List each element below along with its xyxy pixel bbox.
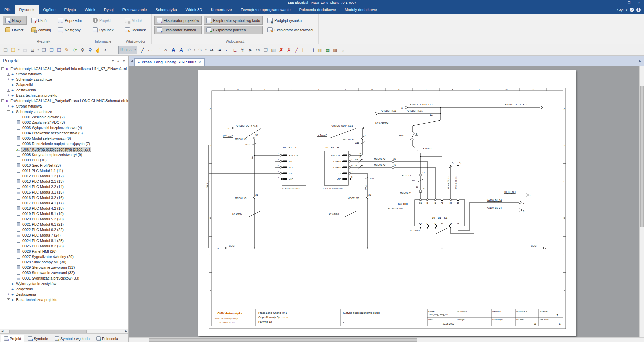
zamknij-button[interactable]: Zamknij (29, 26, 54, 34)
tree-item-załączniki[interactable]: +♦♦Załączniki (0, 286, 128, 292)
style-dropdown-icon[interactable]: ▾ (626, 8, 627, 12)
chevron-down-icon[interactable]: ▾ (135, 49, 136, 51)
tree-item-0016-plc-moduł-3.2-16[interactable]: +0016 PLC Moduł 3.2 (16) (0, 195, 128, 200)
cut-icon[interactable]: ✂ (254, 46, 261, 54)
tree-item-baza-techniczna-projektu[interactable]: +♦♦Baza techniczna projektu (0, 297, 128, 302)
block-icon[interactable]: ▩ (332, 46, 339, 54)
redo-icon[interactable]: ↷ (197, 46, 204, 54)
text-icon[interactable]: A (170, 46, 177, 54)
zoom-icon[interactable]: ⚲ (79, 46, 86, 54)
connection-3-icon[interactable]: ⌐ (224, 46, 231, 54)
eksplorator-projektów-button[interactable]: Eksplorator projektów (154, 16, 202, 25)
tree-item-schematy-zasadnicze[interactable]: +♦♦Schematy zasadnicze (0, 77, 128, 82)
menu-tab-plik[interactable]: Plik (0, 5, 15, 14)
menu-tab-rysunek[interactable]: Rysunek (15, 5, 39, 14)
tab-scroll-left-icon[interactable]: ◀ (131, 59, 134, 66)
open-icon-dropdown[interactable]: ▾ (17, 46, 20, 54)
scroll-thumb[interactable] (640, 86, 644, 227)
page-setup-icon[interactable]: ❐ (40, 46, 47, 54)
menu-tab-schematyka[interactable]: Schematyka (151, 5, 181, 14)
restore-button[interactable]: ❒ (624, 0, 634, 5)
panel-tab-symbole-wg-kodu[interactable]: Symbole wg kodu (52, 335, 93, 342)
tree-item-e-automatyka-g-h-g-h-partynia-linia-miks[interactable]: -♦♦E:\Automatyka\G&H\G&H_Partynia\Linia … (0, 66, 128, 71)
usuń-button[interactable]: Usuń (29, 16, 54, 25)
print-icon[interactable]: ⊟ (29, 46, 36, 54)
minimize-button[interactable]: – (614, 0, 624, 5)
tree-item-załączniki[interactable]: +♦♦Załączniki (0, 82, 128, 87)
tree-expander[interactable]: + (7, 89, 10, 92)
panel-horizontal-scrollbar[interactable]: ◀ ▶ (0, 329, 128, 333)
tree-expander[interactable]: + (7, 298, 10, 301)
arc-icon[interactable]: ⌒ (154, 46, 161, 54)
tree-item-0024-plc-moduł-8.1-25[interactable]: +0024 PLC Moduł 8.1 (25) (0, 238, 128, 243)
menu-tab-komentarze[interactable]: Komentarze (207, 5, 236, 14)
tree-item-0030-sterowanie-zaworami-32[interactable]: +0030 Sterowanie zaworami (32) (0, 270, 128, 275)
menu-tab-ogólne[interactable]: Ogólne (39, 5, 60, 14)
close-button[interactable]: ✕ (634, 0, 644, 5)
tree-item-0031-sygnalizacja-przycisków-33[interactable]: +0031 Sygnalizacja przycisków (33) (0, 275, 128, 281)
tree-item-0015-plc-moduł-3.1-15[interactable]: +0015 PLC Moduł 3.1 (15) (0, 189, 128, 195)
scroll-thumb[interactable] (149, 338, 417, 342)
undo-icon[interactable]: ↶ (185, 46, 192, 54)
rysunek-button[interactable]: Rysunek (122, 26, 149, 34)
scroll-track[interactable] (5, 329, 123, 333)
tree-item-zestawienia[interactable]: +♦♦Zestawienia (0, 87, 128, 93)
list-icon[interactable]: ▦ (324, 46, 331, 54)
tree-item-0009-plc-10[interactable]: +0009 PLC (10) (0, 157, 128, 163)
tree-item-0007-kurtyna-bezpieczeństwa-przód-27[interactable]: +0007 Kurtyna bezpieczeństwa przód (27) (0, 146, 128, 152)
tree-item-0020-plc-moduł-5.2-20[interactable]: +0020 PLC Moduł 5.2 (20) (0, 216, 128, 222)
tree-item-0022-plc-moduł-6.2-22[interactable]: +0022 PLC Moduł 6.2 (22) (0, 227, 128, 232)
menu-tab-przetwarzanie[interactable]: Przetwarzanie (118, 5, 151, 14)
tree-item-0018-plc-moduł-4.2-18[interactable]: +0018 PLC Moduł 4.2 (18) (0, 206, 128, 211)
zoom-in-icon[interactable]: ⚲ (87, 46, 94, 54)
tree-item-zestawienia[interactable]: +♦♦Zestawienia (0, 292, 128, 297)
panel-tab-polecenia[interactable]: Polecenia (93, 335, 121, 342)
panel-tab-symbole[interactable]: Symbole (25, 335, 51, 342)
canvas-horizontal-scrollbar[interactable] (129, 337, 644, 342)
chevron-down-icon[interactable]: ▾ (112, 59, 114, 63)
paste-icon[interactable]: ▧ (270, 46, 277, 54)
menu-tab-zewnętrzne-oprogramowanie[interactable]: Zewnętrzne oprogramowanie (236, 5, 295, 14)
menu-tab-polecenia-dodatkowe[interactable]: Polecenia dodatkowe (295, 5, 340, 14)
delete-icon[interactable]: ✗ (278, 46, 285, 54)
tree-item-strona-tytułowa[interactable]: +♦♦Strona tytułowa (0, 103, 128, 109)
tree-expander[interactable]: - (7, 110, 10, 113)
tree-item-0026-panel-hmi-26[interactable]: +0026 Panel HMI (26) (0, 249, 128, 254)
menu-tab-widok-3d[interactable]: Widok 3D (181, 5, 207, 14)
line-icon[interactable]: ╱ (139, 46, 146, 54)
tree-item-0029-sterowanie-zaworami-31[interactable]: +0029 Sterowanie zaworami (31) (0, 265, 128, 270)
tree-item-0017-plc-moduł-4.1-17[interactable]: +0017 PLC Moduł 4.1 (17) (0, 200, 128, 206)
tree-item-0025-plc-moduł-8.2-28[interactable]: +0025 PLC Moduł 8.2 (28) (0, 243, 128, 249)
scroll-right-icon[interactable]: ▶ (123, 330, 128, 333)
tree-expander[interactable]: - (1, 67, 4, 70)
tree-item-0003-wyłączniki-bezpieczeństwa-4[interactable]: +0003 Wyłączniki bezpieczeństwa (4) (0, 125, 128, 130)
eksplorator-właściwości-button[interactable]: Eksplorator właściwości (265, 26, 316, 34)
style-selector[interactable]: Styl (617, 8, 623, 12)
save-icon[interactable]: ▦ (21, 46, 28, 54)
następny-button[interactable]: Następny (55, 26, 84, 34)
scroll-left-icon[interactable]: ◀ (0, 330, 5, 333)
database-icon[interactable]: ▥ (316, 46, 323, 54)
rysunek-button[interactable]: Rysunek (90, 26, 116, 34)
document-tab[interactable]: ♦ Prasa_Long_Chang_70-1: 0007 ✕ (134, 58, 205, 66)
circle-icon[interactable]: ○ (162, 46, 169, 54)
undo-icon-dropdown[interactable]: ▾ (193, 46, 196, 54)
eksplorator-symboli-button[interactable]: Eksplorator symboli (154, 26, 202, 34)
tree-item-0002-zasilanie-24vdc-3[interactable]: +0002 Zasilanie 24VDC (3) (0, 120, 128, 125)
import-icon[interactable]: ❐ (48, 46, 55, 54)
tree-item-0005-moduł-selektywności-6[interactable]: +0005 Moduł selektywności (6) (0, 136, 128, 141)
pin-icon[interactable]: ↧ (117, 59, 119, 63)
nowy-button[interactable]: Nowy (3, 16, 27, 25)
help-icon[interactable]: ? (630, 8, 634, 12)
pan-icon[interactable]: ☝ (94, 46, 101, 54)
tree-item-0014-plc-moduł-2.2-14[interactable]: +0014 PLC Moduł 2.2 (14) (0, 184, 128, 189)
tree-item-0008-kurtyna-bezpieczeństwa-tył-9[interactable]: +0008 Kurtyna bezpieczeństwa tył (9) (0, 152, 128, 157)
tree-item-0001-zasilanie-główne-2[interactable]: +0001 Zasilanie główne (2) (0, 114, 128, 120)
connection-1-icon[interactable]: ↦ (208, 46, 215, 54)
tree-expander[interactable]: + (7, 94, 10, 97)
menu-tab-edycja[interactable]: Edycja (60, 5, 80, 14)
snap-icon[interactable]: ⌖ (102, 46, 109, 54)
tree-item-schematy-zasadnicze[interactable]: -♦♦Schematy zasadnicze (0, 109, 128, 114)
tree-item-strona-tytułowa[interactable]: +♦♦Strona tytułowa (0, 71, 128, 77)
tree-item-0004-przekaźnik-bezpieczeństwa-5[interactable]: +0004 Przekaźnik bezpieczeństwa (5) (0, 130, 128, 136)
